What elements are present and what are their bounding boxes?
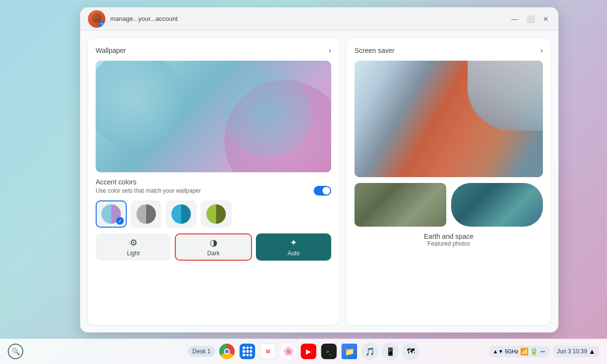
wallpaper-preview[interactable] [96, 61, 331, 172]
accent-toggle-row: Use color sets that match your wallpaper [96, 186, 331, 196]
status-group[interactable]: ▲▼ 5GHz 📶 🔋 ↔ [489, 346, 550, 357]
photos-icon-shape: 🌸 [281, 344, 296, 359]
files-icon-shape: 📁 [342, 344, 357, 359]
wallpaper-chevron-icon: › [329, 46, 331, 55]
dark-theme-icon: ◑ [210, 237, 218, 248]
screensaver-caption: Earth and space Featured photos [354, 232, 543, 247]
toggle-knob [322, 187, 330, 195]
terminal-app-icon[interactable]: >_ [320, 343, 338, 360]
light-theme-label: Light [127, 250, 139, 257]
window-content: Wallpaper › Accent colors Use color sets… [80, 31, 558, 332]
titlebar-left: ✏ manage...your...account [88, 10, 178, 28]
battery-status-icon: 🔋 [530, 347, 538, 355]
dark-theme-button[interactable]: ◑ Dark [175, 233, 252, 261]
apps-dot-9 [250, 354, 252, 356]
maps-icon: 🗺 [407, 347, 415, 356]
accent-header: Accent colors [96, 178, 331, 186]
accent-subtitle: Use color sets that match your wallpaper [96, 187, 201, 194]
right-panel: Screen saver › Earth and space Featured … [347, 38, 551, 325]
files-app-icon[interactable]: 📁 [341, 343, 358, 360]
wallpaper-blob-1 [96, 61, 183, 148]
taskbar-right: ▲▼ 5GHz 📶 🔋 ↔ Jun 3 10:39 ▲ [489, 346, 599, 357]
light-theme-button[interactable]: ⚙ Light [96, 233, 171, 261]
chrome-icon-shape [219, 344, 235, 359]
settings-window: ✏ manage...your...account — ⬜ ✕ Wallpape… [80, 7, 558, 332]
swatch-green-circle [206, 204, 226, 224]
battery-app-icon[interactable]: 📱 [382, 343, 399, 360]
swatch-green[interactable] [201, 200, 232, 228]
photos-app-icon[interactable]: 🌸 [280, 343, 297, 360]
maps-app-icon[interactable]: 🗺 [402, 343, 420, 360]
apps-dot-8 [246, 354, 249, 356]
time-label: 10:39 [573, 348, 587, 355]
left-panel: Wallpaper › Accent colors Use color sets… [88, 38, 339, 325]
accent-colors-section: Accent colors Use color sets that match … [96, 178, 331, 261]
apps-dot-3 [250, 347, 252, 349]
titlebar: ✏ manage...your...account — ⬜ ✕ [80, 7, 558, 31]
theme-buttons: ⚙ Light ◑ Dark ✦ Auto [96, 233, 331, 261]
wifi-signal-icon: ▲ [589, 347, 595, 355]
swatch-cyan[interactable] [166, 200, 197, 228]
screensaver-thumb-2[interactable] [451, 183, 543, 227]
chrome-inner-circle [224, 348, 230, 354]
sound-app-icon[interactable]: 🎵 [361, 343, 379, 360]
date-label: Jun 3 [557, 348, 571, 355]
screensaver-thumbs [354, 183, 543, 227]
apps-dot-5 [246, 350, 249, 352]
wifi-icon: 📶 [520, 347, 528, 355]
sound-icon: 🎵 [365, 347, 375, 356]
youtube-icon-shape: ▶ [301, 344, 317, 359]
app-launcher-icon[interactable] [239, 343, 256, 360]
time-date-group[interactable]: Jun 3 10:39 ▲ [553, 346, 599, 357]
cable-icon: ↔ [540, 347, 546, 355]
auto-theme-label: Auto [287, 250, 300, 257]
gmail-app-icon[interactable]: M [259, 343, 277, 360]
network-status: ▲▼ 5GHz [493, 348, 519, 354]
taskbar-left: 🔍 [8, 344, 23, 359]
taskbar-center: Desk 1 M 🌸 [187, 343, 419, 360]
taskbar: 🔍 Desk 1 M [0, 339, 607, 364]
swatch-check-icon: ✓ [116, 217, 124, 225]
gmail-icon-shape: M [260, 344, 276, 359]
swatch-gray[interactable] [131, 200, 162, 228]
accent-toggle[interactable] [314, 186, 331, 196]
maximize-button[interactable]: ⬜ [525, 14, 535, 24]
swatch-cyan-left [171, 204, 181, 224]
search-icon[interactable]: 🔍 [8, 344, 23, 359]
terminal-icon-shape: >_ [321, 344, 337, 359]
screensaver-title: Screen saver [354, 47, 394, 54]
window-controls: — ⬜ ✕ [510, 14, 551, 24]
apps-dot-1 [243, 347, 245, 349]
light-theme-icon: ⚙ [130, 237, 137, 248]
color-swatches: ✓ [96, 200, 331, 228]
apps-dot-7 [243, 354, 245, 356]
apps-dot-6 [250, 350, 252, 352]
battery-icon: 📱 [386, 347, 395, 356]
swatch-blue[interactable]: ✓ [96, 200, 127, 228]
screensaver-thumb-1[interactable] [354, 183, 446, 227]
swatch-cyan-right [181, 204, 191, 224]
screensaver-featured-title: Earth and space [354, 232, 543, 240]
swatch-cyan-circle [171, 204, 191, 224]
screensaver-header[interactable]: Screen saver › [354, 46, 543, 55]
wallpaper-header[interactable]: Wallpaper › [96, 46, 331, 55]
swatch-half-left-1 [101, 204, 111, 224]
apps-grid-icon [240, 344, 255, 359]
swatch-green-right [216, 204, 226, 224]
wallpaper-title: Wallpaper [96, 47, 126, 54]
screensaver-main-image[interactable] [354, 61, 543, 177]
swatch-green-left [206, 204, 216, 224]
desk-label: Desk 1 [187, 346, 215, 357]
accent-title: Accent colors [96, 178, 136, 186]
chrome-app-icon[interactable] [219, 343, 236, 360]
apps-dot-2 [246, 347, 249, 349]
minimize-button[interactable]: — [510, 14, 520, 24]
swatch-gray-left [136, 204, 146, 224]
swatch-gray-right [146, 204, 156, 224]
screensaver-chevron-icon: › [540, 46, 543, 55]
auto-theme-button[interactable]: ✦ Auto [256, 233, 331, 261]
avatar[interactable]: ✏ [88, 10, 105, 28]
close-button[interactable]: ✕ [541, 14, 551, 24]
screensaver-featured-subtitle: Featured photos [354, 240, 543, 247]
youtube-app-icon[interactable]: ▶ [300, 343, 318, 360]
